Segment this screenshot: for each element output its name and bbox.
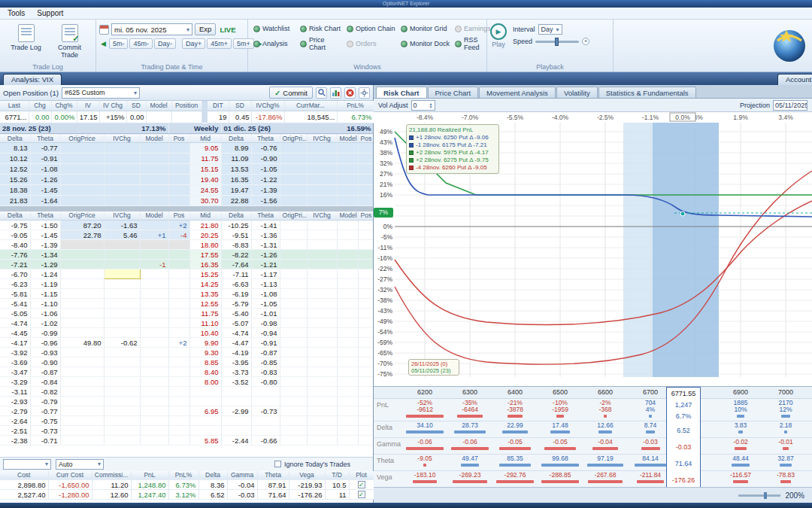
option-row[interactable]: -2.93-0.79 xyxy=(0,397,373,406)
option-row[interactable]: -2.79-0.776.95-2.99-0.73 xyxy=(0,406,373,416)
option-row[interactable]: -6.23-1.1914.25-6.63-1.13 xyxy=(0,279,373,289)
speed-slider[interactable] xyxy=(535,41,579,43)
zoom-slider[interactable] xyxy=(738,494,780,497)
commit-button[interactable]: ✓ Commit xyxy=(269,87,313,99)
option-row[interactable]: -3.11-0.82 xyxy=(0,387,373,397)
step-button-45m-[interactable]: 45m- xyxy=(129,38,153,49)
option-row[interactable]: 10.12-0.9111.7511.09-0.90 xyxy=(0,154,373,164)
option-row[interactable]: -4.45-0.9910.40-4.74-0.94 xyxy=(0,328,373,338)
option-row[interactable]: -2.51-0.73 xyxy=(0,426,373,436)
option-row[interactable]: -2.38-0.715.85-2.44-0.66 xyxy=(0,436,373,446)
option-row[interactable]: -5.81-1.1513.35-6.19-1.08 xyxy=(0,289,373,299)
option-row[interactable]: -5.05-1.0611.75-5.40-1.01 xyxy=(0,309,373,318)
greek-cell: 17.48 xyxy=(540,422,580,433)
menu-support[interactable]: Support xyxy=(31,8,69,18)
gear-icon[interactable] xyxy=(359,87,370,99)
tab-statistics-fundamentals[interactable]: Statistics & Fundamentals xyxy=(598,87,696,98)
svg-text:-5%: -5% xyxy=(381,233,393,241)
ignore-trades-checkbox[interactable] xyxy=(274,461,281,467)
window-toggle-earnings[interactable]: Earnings xyxy=(453,24,490,33)
tab-analysis-vix[interactable]: Analysis: VIX xyxy=(3,74,62,85)
plot-checkbox[interactable]: ✓ xyxy=(358,481,365,488)
mode-select-value: Auto xyxy=(59,461,73,468)
option-row[interactable]: 21.83-1.6430.7022.88-1.56 xyxy=(0,196,373,206)
risk-chart[interactable]: 49%43%38%32%27%21%16%0%-5%-11%-16%-22%-2… xyxy=(374,112,812,386)
step-button-45m-[interactable]: 45m+ xyxy=(207,38,232,49)
trade-log-button[interactable]: Trade Log xyxy=(6,21,47,62)
step-button-5m-[interactable]: 5m- xyxy=(109,38,129,49)
option-row[interactable]: -3.92-0.939.30-4.19-0.87 xyxy=(0,348,373,357)
speed-plus-icon[interactable]: + xyxy=(582,38,589,45)
option-row[interactable]: -4.17-0.9649.80-0.62+29.90-4.47-0.91 xyxy=(0,338,373,348)
tab-risk-chart[interactable]: Risk Chart xyxy=(376,87,427,98)
option-row[interactable]: -4.74-1.0211.10-5.07-0.98 xyxy=(0,318,373,328)
speed-slider-thumb[interactable] xyxy=(555,38,559,46)
position-legend-item: -1 28nov. 6175 Put Δ -7.21 xyxy=(409,141,496,149)
option-row[interactable]: -3.47-0.878.40-3.73-0.83 xyxy=(0,367,373,377)
window-toggle-rss-feed[interactable]: RSS Feed xyxy=(453,35,490,52)
spinner-arrows-icon[interactable]: ▲▼ xyxy=(429,102,433,108)
step-button-day-[interactable]: Day+ xyxy=(182,38,205,49)
window-toggle-icon xyxy=(253,26,260,32)
tab-movement-analysis[interactable]: Movement Analysis xyxy=(479,87,556,98)
step-back-icon[interactable]: ◀ xyxy=(99,40,108,47)
greek-cell: -267.68 xyxy=(585,472,626,483)
app-logo xyxy=(770,26,807,65)
trade-log-icon xyxy=(18,24,35,42)
window-toggle-monitor-dock[interactable]: Monitor Dock xyxy=(398,39,453,48)
zoom-slider-thumb[interactable] xyxy=(764,492,767,499)
tab-volatility[interactable]: Volatility xyxy=(556,87,598,98)
window-toggle-monitor-grid[interactable]: Monitor Grid xyxy=(398,24,453,33)
tab-price-chart[interactable]: Price Chart xyxy=(428,87,479,98)
option-row[interactable]: -6.70-1.2415.25-7.11-1.17 xyxy=(0,269,373,279)
position-select[interactable]: #625 Custom ▾ xyxy=(62,87,140,99)
window-toggle-analysis[interactable]: Analysis xyxy=(251,39,298,48)
position-legend-item: +1 28nov. 6250 Put Δ -9.06 xyxy=(409,134,496,141)
option-row[interactable]: -2.64-0.75 xyxy=(0,416,373,426)
option-row[interactable]: -8.40-1.3918.80-8.83-1.31 xyxy=(0,240,373,250)
trading-date-input[interactable]: mi. 05 nov. 2025 ▾ xyxy=(111,23,192,35)
ribbon: Trade Log Commit Trade Trade Log mi. 05 … xyxy=(0,20,812,72)
step-button-day-[interactable]: Day- xyxy=(154,38,176,49)
exp-button[interactable]: Exp xyxy=(195,23,216,35)
option-row[interactable]: -5.41-1.1012.55-5.79-1.05 xyxy=(0,299,373,309)
option-row[interactable]: 18.38-1.4524.5519.47-1.39 xyxy=(0,185,373,196)
option-row[interactable]: 8.13-0.779.058.99-0.76 xyxy=(0,143,373,154)
option-row[interactable]: -7.21-1.29-116.35-7.64-1.21 xyxy=(0,260,373,269)
option-row[interactable]: -3.69-0.908.85-3.95-0.85 xyxy=(0,357,373,367)
svg-text:32%: 32% xyxy=(380,160,392,167)
menu-tools[interactable]: Tools xyxy=(2,8,31,18)
interval-select[interactable]: Day ▾ xyxy=(538,24,562,35)
projection-date-input[interactable]: 05/11/2025 xyxy=(773,100,807,111)
chart-icon[interactable] xyxy=(330,87,341,99)
expiration-header-row[interactable]: 28 nov. 25 (23)17.13%Weekly01 dic. 25 (2… xyxy=(0,123,373,134)
window-toggle-watchlist[interactable]: Watchlist xyxy=(251,24,298,33)
window-toggle-orders[interactable]: Orders xyxy=(344,39,398,48)
option-row[interactable]: -9.75-1.5087.20-1.63+221.80-10.25-1.41 xyxy=(0,221,373,230)
mode-select[interactable]: Auto▾ xyxy=(56,459,104,470)
trade-row[interactable]: 2,898.80-1,650.0011.201,248.806.73%8.36-… xyxy=(0,480,374,490)
trade-row[interactable]: 2,527.40-1,280.0012.601,247.403.12%6.52-… xyxy=(0,490,374,500)
window-toggle-option-chain[interactable]: Option Chain xyxy=(344,24,398,33)
greek-cell: -0.02 xyxy=(720,439,761,450)
option-row[interactable]: -7.76-1.3417.55-8.22-1.26 xyxy=(0,250,373,260)
play-button[interactable]: ▶ xyxy=(490,23,507,40)
svg-text:21%: 21% xyxy=(380,181,392,188)
svg-text:-49%: -49% xyxy=(377,318,392,325)
option-row[interactable]: -9.05-1.4522.785.46+1-420.25-9.51-1.36 xyxy=(0,230,373,240)
commit-trade-button[interactable]: Commit Trade xyxy=(50,21,90,62)
document-tabstrip: Analysis: VIX Account xyxy=(0,72,812,85)
plot-checkbox[interactable]: ✓ xyxy=(358,491,365,498)
option-row[interactable]: 15.26-1.2619.4016.35-1.22 xyxy=(0,175,373,185)
zoom-bar: 200% xyxy=(374,487,812,503)
stats-value-row: 6771...0.000.00%17.15+15%0.00190.45-17.8… xyxy=(0,111,374,123)
option-row[interactable]: 12.52-1.0815.1513.53-1.05 xyxy=(0,164,373,175)
window-toggle-risk-chart[interactable]: Risk Chart xyxy=(298,24,344,33)
vol-adjust-input[interactable]: 0 ▲▼ xyxy=(411,100,435,111)
window-toggle-price-chart[interactable]: Price Chart xyxy=(298,35,344,52)
option-row[interactable]: -3.29-0.848.00-3.52-0.80 xyxy=(0,377,373,387)
search-icon[interactable] xyxy=(316,87,327,99)
close-icon[interactable] xyxy=(344,87,356,99)
filter-select[interactable]: ▾ xyxy=(3,459,51,470)
tab-account[interactable]: Account xyxy=(777,74,812,85)
